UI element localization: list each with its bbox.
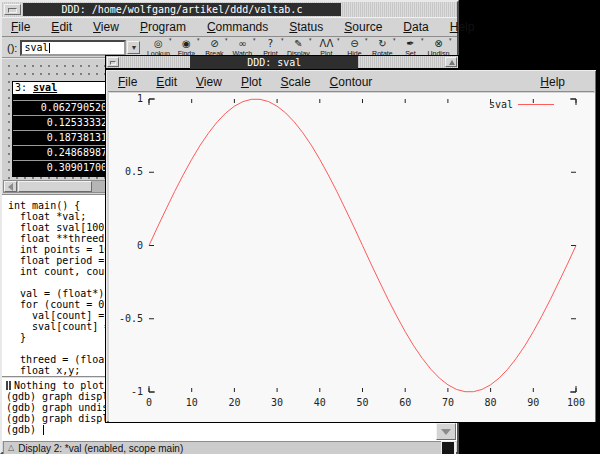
plot-menubar: FileEditViewPlotScaleContourHelp (108, 72, 594, 92)
tick-label: 10 (186, 397, 198, 408)
set-icon: ✒ (406, 38, 414, 50)
warning-marker-icon (6, 381, 11, 390)
maximize-button[interactable] (445, 57, 457, 67)
display-value-row: 0.248689875 (13, 146, 115, 161)
rotate-icon: ↻ (378, 38, 386, 50)
tick-label: 60 (399, 397, 411, 408)
break-icon: ⊘ (210, 38, 218, 50)
display-value-row: 0.187381312 (13, 131, 115, 146)
sine-plot: 0102030405060708090100-1-0.500.51sval (109, 93, 595, 422)
menu-item-file[interactable]: File (118, 75, 137, 89)
tick-label: 1 (137, 93, 143, 104)
display-id: 3: (15, 82, 27, 93)
tick-label: -0.5 (119, 313, 143, 324)
plot-window-body: FileEditViewPlotScaleContourHelp 0102030… (105, 69, 597, 423)
plot-titlebar[interactable]: DDD: sval (105, 55, 459, 69)
horizontal-scroll-thumb[interactable] (18, 181, 92, 192)
plot-window-menu-button[interactable] (107, 57, 119, 67)
display-value-row: 0.125333323 (13, 116, 115, 131)
main-titlebar[interactable]: DDD: /home/wolfgang/artikel/ddd/valtab.c (2, 2, 457, 17)
tick-label: 20 (228, 397, 240, 408)
status-text: Display 2: *val (enabled, scope main) (18, 443, 183, 454)
find-icon: ◉ (182, 38, 191, 50)
titlebar-fill (120, 57, 189, 67)
window-menu-button[interactable] (4, 4, 21, 15)
scroll-down-button[interactable] (436, 423, 456, 440)
tick-label: 90 (527, 397, 539, 408)
tick-label: 40 (314, 397, 326, 408)
main-window-title: DDD: /home/wolfgang/artikel/ddd/valtab.c (23, 3, 341, 16)
display-header[interactable]: 3: sval (13, 82, 115, 95)
menu-item-status[interactable]: Status (289, 20, 323, 34)
argument-value: sval (24, 42, 48, 53)
titlebar-fill (359, 57, 444, 67)
print-icon: ? (268, 38, 273, 50)
series-sval (149, 99, 576, 391)
menu-item-view[interactable]: View (93, 20, 119, 34)
display-value-row: 0.0627905205 (13, 101, 115, 116)
argument-dropdown-button[interactable]: ▼ (127, 41, 140, 54)
resize-grip[interactable] (441, 441, 455, 454)
lookup-icon: ◎ (154, 38, 163, 50)
plot-canvas[interactable]: 0102030405060708090100-1-0.500.51sval (109, 93, 595, 422)
menu-item-view[interactable]: View (196, 75, 222, 89)
argument-label: (): (7, 42, 17, 54)
plot-window: DDD: sval FileEditViewPlotScaleContourHe… (105, 55, 597, 423)
menu-item-plot[interactable]: Plot (241, 75, 262, 89)
tick-label: 0.5 (125, 166, 143, 177)
tick-label: 30 (271, 397, 283, 408)
menu-item-contour[interactable]: Contour (330, 75, 373, 89)
display-icon: ✎ (294, 38, 302, 50)
scroll-left-icon[interactable] (4, 181, 17, 192)
text-caret (49, 43, 50, 53)
undisp-icon: ⊗ (434, 38, 442, 50)
tick-label: 80 (485, 397, 497, 408)
display-value-row: 0.309017003 (13, 161, 115, 176)
display-3-sval[interactable]: 3: sval 0.06279052050.1253333230.1873813… (12, 81, 116, 177)
hide-icon: ⊖ (350, 38, 358, 50)
argument-field[interactable]: sval (20, 40, 126, 56)
display-name: sval (33, 82, 57, 93)
menu-item-data[interactable]: Data (403, 20, 428, 34)
status-bar: △ Display 2: *val (enabled, scope main) (3, 441, 456, 454)
menu-item-scale[interactable]: Scale (281, 75, 311, 89)
scroll-down-icon (441, 429, 451, 435)
menu-item-edit[interactable]: Edit (51, 20, 72, 34)
menu-item-program[interactable]: Program (140, 20, 186, 34)
plot-icon: ΛΛ (320, 38, 334, 50)
menu-item-commands[interactable]: Commands (207, 20, 268, 34)
plot-window-title: DDD: sval (190, 56, 358, 69)
tick-label: 0 (137, 240, 143, 251)
menu-item-edit[interactable]: Edit (156, 75, 177, 89)
tick-label: 0 (146, 397, 152, 408)
titlebar-fill (343, 3, 455, 16)
tick-label: 100 (567, 397, 585, 408)
menu-item-file[interactable]: File (11, 20, 30, 34)
menu-item-source[interactable]: Source (344, 20, 382, 34)
menu-item-help[interactable]: Help (540, 75, 565, 89)
tick-label: -1 (131, 386, 143, 397)
legend-label: sval (489, 99, 513, 110)
status-triangle-icon: △ (8, 443, 14, 453)
console-line: (gdb) (6, 424, 457, 435)
tick-label: 50 (356, 397, 368, 408)
watch-icon: ∞ (238, 38, 246, 50)
tick-label: 70 (442, 397, 454, 408)
menu-item-help[interactable]: Help (450, 20, 475, 34)
main-menubar: FileEditViewProgramCommandsStatusSourceD… (2, 17, 457, 37)
console-caret (43, 425, 44, 435)
